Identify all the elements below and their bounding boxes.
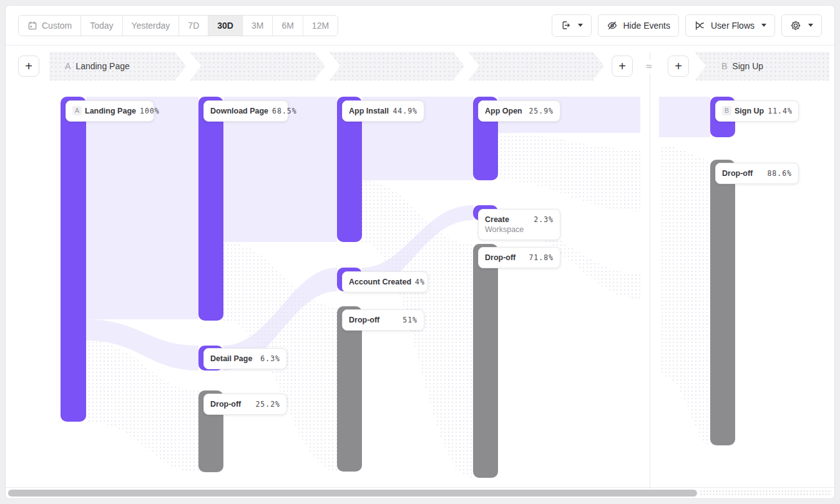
chevron-down-icon [578,24,583,27]
node-bar-dropoff-sign-up[interactable] [710,160,735,445]
node-bar-download-page[interactable] [198,97,223,321]
node-bar-dropoff-step4[interactable] [473,244,498,478]
eye-off-icon [607,20,618,31]
settings-button[interactable] [781,14,822,37]
node-card-dropoff-step4[interactable]: Drop-off 71.8% [478,247,560,268]
node-card-dropoff-sign-up[interactable]: Drop-off 88.6% [715,163,799,184]
date-range-yesterday[interactable]: Yesterday [122,16,179,36]
user-flows-label: User Flows [711,21,755,31]
gear-icon [790,20,801,31]
chevron-down-icon [808,24,813,27]
date-range-6m[interactable]: 6M [272,16,302,36]
flow-canvas: + ALanding Page + ≈ + BSign Up [6,46,834,498]
date-range-30d[interactable]: 30D [208,16,242,36]
horizontal-scrollbar-track[interactable] [700,490,832,497]
date-range-7d[interactable]: 7D [178,16,208,36]
flows-chart-icon [694,20,705,31]
series-badge: B [722,106,731,115]
node-card-sign-up[interactable]: BSign Up 11.4% [715,100,799,122]
node-card-landing-page[interactable]: ALanding Page 100% [66,100,154,122]
node-bar-landing-page[interactable] [61,97,86,422]
date-range-3m[interactable]: 3M [242,16,272,36]
node-card-dropoff-step2[interactable]: Drop-off 25.2% [203,394,287,415]
node-card-detail-page[interactable]: Detail Page 6.3% [203,348,287,369]
toolbar: Custom Today Yesterday 7D 30D 3M 6M 12M [6,6,834,46]
node-card-download-page[interactable]: Download Page 68.5% [203,100,288,122]
node-card-account-created[interactable]: Account Created 4% [342,271,428,293]
date-range-12m[interactable]: 12M [303,16,338,36]
user-flows-button[interactable]: User Flows [685,14,775,37]
hide-events-button[interactable]: Hide Events [598,14,679,37]
node-card-app-install[interactable]: App Install 44.9% [342,100,424,122]
date-range-today[interactable]: Today [81,16,122,36]
export-button[interactable] [552,14,592,37]
app-window: Custom Today Yesterday 7D 30D 3M 6M 12M [5,5,835,499]
node-card-create-workspace[interactable]: CreateWorkspace 2.3% [478,209,560,240]
export-icon [560,20,571,31]
date-range-label: Custom [42,21,72,31]
hide-events-label: Hide Events [623,21,670,31]
calendar-icon [27,21,37,31]
node-bar-dropoff-step3[interactable] [337,306,362,472]
series-badge: A [72,106,82,115]
toolbar-actions: Hide Events User Flows [552,14,823,37]
chevron-down-icon [761,24,766,27]
horizontal-scrollbar-thumb[interactable] [8,490,697,497]
approx-break-symbol: ≈ [645,60,653,74]
date-range-custom[interactable]: Custom [19,16,81,36]
node-card-app-open[interactable]: App Open 25.9% [478,100,560,122]
date-range-selector: Custom Today Yesterday 7D 30D 3M 6M 12M [18,15,338,36]
node-card-dropoff-step3[interactable]: Drop-off 51% [342,309,424,331]
